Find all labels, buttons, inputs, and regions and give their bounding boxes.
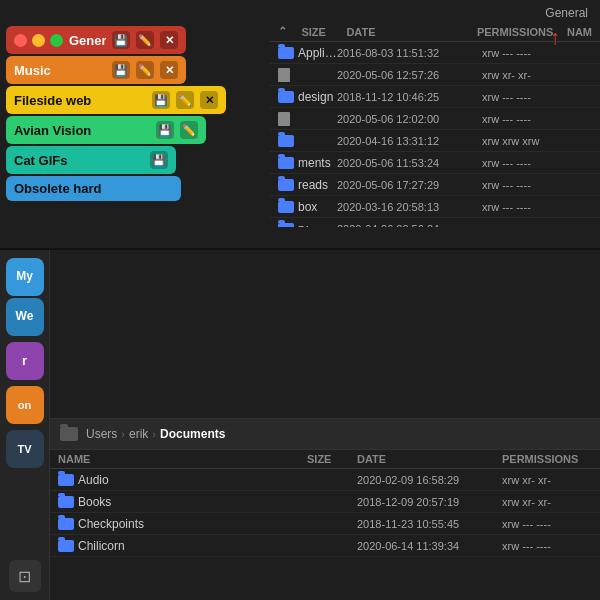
file-date: 2020-02-09 16:58:29	[357, 474, 502, 486]
file-date: 2020-04-16 13:31:12	[337, 135, 482, 147]
tab-fileside-web[interactable]: Fileside web 💾 ✏️ ✕	[6, 86, 226, 114]
tab-fileside-edit[interactable]: ✏️	[176, 91, 194, 109]
sidebar-item-on[interactable]: on	[6, 386, 44, 424]
breadcrumb-sep-2: ›	[121, 428, 125, 440]
tab-avian-vision-label: Avian Vision	[14, 123, 150, 138]
tab-general-close[interactable]: ✕	[160, 31, 178, 49]
sidebar-item-we[interactable]: We	[6, 298, 44, 336]
sidebar-item-my[interactable]: My	[6, 258, 44, 296]
file-perm: xrw --- ----	[482, 223, 572, 228]
sidebar-item-r[interactable]: r	[6, 342, 44, 380]
col-size-header[interactable]: SIZE	[301, 26, 346, 38]
breadcrumb-erik[interactable]: erik	[129, 427, 148, 441]
file-date: 2020-06-14 11:39:34	[357, 540, 502, 552]
file-perm: xrw --- ----	[482, 113, 572, 125]
minimize-window-button[interactable]	[32, 34, 45, 47]
file-row-box[interactable]: box 2020-03-16 20:58:13 xrw --- ----	[270, 196, 600, 218]
maximize-window-button[interactable]	[50, 34, 63, 47]
file-row-5[interactable]: 2020-04-16 13:31:12 xrw xrw xrw	[270, 130, 600, 152]
file-name: Chilicorn	[78, 539, 357, 553]
tab-avian-edit[interactable]: ✏️	[180, 121, 198, 139]
file-name: ments	[298, 156, 337, 170]
file-date: 2020-05-06 12:02:00	[337, 113, 482, 125]
file-name: design	[298, 90, 337, 104]
bottom-col-perm-header[interactable]: PERMISSIONS	[502, 453, 592, 465]
tab-catgifs-save[interactable]: 💾	[150, 151, 168, 169]
tab-avian-save[interactable]: 💾	[156, 121, 174, 139]
bottom-file-row-checkpoints[interactable]: Checkpoints 2018-11-23 10:55:45 xrw --- …	[50, 513, 600, 535]
file-name: box	[298, 200, 337, 214]
col-date-header[interactable]: DATE	[346, 26, 477, 38]
breadcrumb-sep-3: ›	[152, 428, 156, 440]
folder-icon	[58, 474, 74, 486]
breadcrumb-documents[interactable]: Documents	[160, 427, 225, 441]
file-perm: xrw --- ----	[482, 179, 572, 191]
tab-general-edit[interactable]: ✏️	[136, 31, 154, 49]
file-row-4[interactable]: 2020-05-06 12:02:00 xrw --- ----	[270, 108, 600, 130]
breadcrumb-users[interactable]: Users	[86, 427, 117, 441]
bottom-file-row-chilicorn[interactable]: Chilicorn 2020-06-14 11:39:34 xrw --- --…	[50, 535, 600, 557]
tab-music-close[interactable]: ✕	[160, 61, 178, 79]
file-date: 2020-05-06 17:27:29	[337, 179, 482, 191]
sidebar-bottom-icon[interactable]: ⊡	[9, 560, 41, 592]
breadcrumb-bar: Users › erik › Documents	[50, 418, 600, 450]
tab-obsolete-hard[interactable]: Obsolete hard	[6, 176, 181, 201]
bottom-col-size-header[interactable]: SIZE	[307, 453, 357, 465]
file-perm: xrw xr- xr-	[482, 69, 572, 81]
tab-general-label: General	[69, 33, 106, 48]
folder-icon	[58, 540, 74, 552]
file-name: reads	[298, 178, 337, 192]
sidebar-item-tv[interactable]: TV	[6, 430, 44, 468]
file-perm: xrw xr- xr-	[502, 496, 592, 508]
folder-icon	[58, 496, 74, 508]
section-divider	[0, 248, 600, 250]
close-window-button[interactable]	[14, 34, 27, 47]
tab-music-save[interactable]: 💾	[112, 61, 130, 79]
col-nam-header[interactable]: NAM	[567, 26, 592, 38]
file-perm: xrw xrw xrw	[482, 135, 572, 147]
file-name: Books	[78, 495, 357, 509]
file-perm: xrw xr- xr-	[502, 474, 592, 486]
top-file-list: ⌃ SIZE DATE PERMISSIONS NAM Applications…	[270, 22, 600, 227]
file-name: Audio	[78, 473, 357, 487]
file-row-ry[interactable]: ry 2020-04-26 20:56:24 xrw --- ----	[270, 218, 600, 227]
file-perm: xrw --- ----	[482, 91, 572, 103]
file-row-2[interactable]: 2020-05-06 12:57:26 xrw xr- xr-	[270, 64, 600, 86]
top-file-list-header: ⌃ SIZE DATE PERMISSIONS NAM	[270, 22, 600, 42]
tab-music-edit[interactable]: ✏️	[136, 61, 154, 79]
file-row-ments[interactable]: ments 2020-05-06 11:53:24 xrw --- ----	[270, 152, 600, 174]
file-perm: xrw --- ----	[502, 518, 592, 530]
tabs-panel: General 💾 ✏️ ✕ Music 💾 ✏️ ✕ Fileside web…	[0, 22, 300, 205]
folder-icon	[278, 223, 294, 228]
file-row-reads[interactable]: reads 2020-05-06 17:27:29 xrw --- ----	[270, 174, 600, 196]
bottom-col-date-header[interactable]: DATE	[357, 453, 502, 465]
folder-icon	[58, 518, 74, 530]
bottom-file-row-audio[interactable]: Audio 2020-02-09 16:58:29 xrw xr- xr-	[50, 469, 600, 491]
sidebar: My We r on TV ⊡	[0, 250, 50, 600]
file-perm: xrw --- ----	[502, 540, 592, 552]
tab-fileside-close[interactable]: ✕	[200, 91, 218, 109]
bottom-col-name-header[interactable]: NAME	[58, 453, 307, 465]
file-row-applications[interactable]: Applications 2016-08-03 11:51:32 xrw ---…	[270, 42, 600, 64]
file-perm: xrw --- ----	[482, 201, 572, 213]
file-name: Applications	[298, 46, 337, 60]
file-date: 2018-12-09 20:57:19	[357, 496, 502, 508]
tab-music[interactable]: Music 💾 ✏️ ✕	[6, 56, 186, 84]
bottom-file-list: NAME SIZE DATE PERMISSIONS Audio 2020-02…	[50, 450, 600, 600]
file-date: 2018-11-12 10:46:25	[337, 91, 482, 103]
file-date: 2016-08-03 11:51:32	[337, 47, 482, 59]
bottom-file-row-books[interactable]: Books 2018-12-09 20:57:19 xrw xr- xr-	[50, 491, 600, 513]
tab-general-save[interactable]: 💾	[112, 31, 130, 49]
tab-general[interactable]: General 💾 ✏️ ✕	[6, 26, 186, 54]
traffic-lights	[14, 34, 63, 47]
file-date: 2018-11-23 10:55:45	[357, 518, 502, 530]
file-row-design[interactable]: design 2018-11-12 10:46:25 xrw --- ----	[270, 86, 600, 108]
tab-cat-gifs[interactable]: Cat GIFs 💾	[6, 146, 176, 174]
file-name: ry	[298, 222, 337, 228]
bottom-file-list-header: NAME SIZE DATE PERMISSIONS	[50, 450, 600, 469]
breadcrumb-folder-icon[interactable]	[60, 427, 78, 441]
tab-fileside-save[interactable]: 💾	[152, 91, 170, 109]
tab-avian-vision[interactable]: Avian Vision 💾 ✏️	[6, 116, 206, 144]
col-perm-header[interactable]: PERMISSIONS	[477, 26, 567, 38]
file-date: 2020-03-16 20:58:13	[337, 201, 482, 213]
